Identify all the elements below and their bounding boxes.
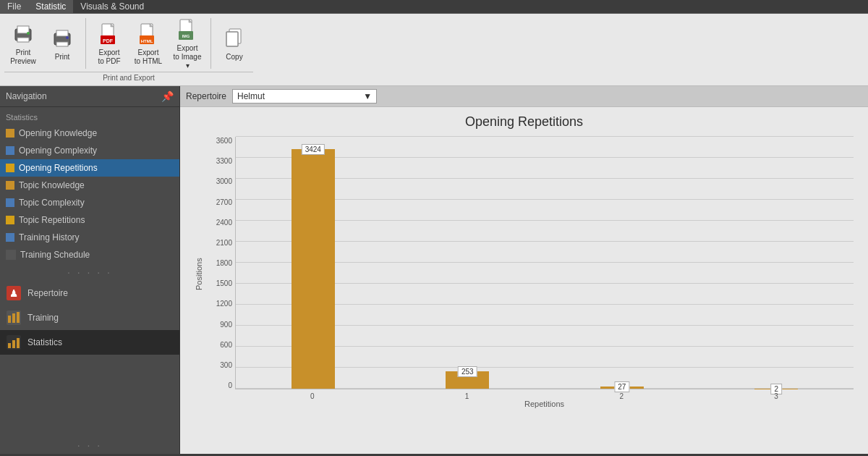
svg-point-3 [27,32,30,35]
toolbar-buttons: Print Preview Print [4,18,253,70]
svg-rect-2 [17,38,29,42]
y-tick: 2700 [216,198,232,206]
y-tick: 300 [220,361,232,369]
y-tick: 3000 [216,177,232,185]
sidebar-item-topic-complexity[interactable]: Topic Complexity [0,194,179,211]
y-tick: 900 [220,321,232,329]
training-schedule-icon [6,250,16,260]
print-preview-label: Print Preview [7,48,40,66]
print-button[interactable]: Print [43,18,81,70]
sidebar-pin-button[interactable]: 📌 [161,90,174,102]
sidebar-item-training-schedule[interactable]: Training Schedule [0,246,179,263]
print-preview-button[interactable]: Print Preview [4,18,42,70]
repertoire-nav-icon: ♟ [6,285,22,301]
repertoire-value: Helmut [237,91,265,101]
svg-rect-6 [56,42,68,46]
sidebar-dots-2: · · · [0,436,179,454]
svg-point-7 [66,36,69,39]
main-layout: Navigation 📌 Statistics Opening Knowledg… [0,86,868,454]
svg-rect-29 [8,343,11,348]
y-tick: 1800 [216,259,232,267]
sidebar-item-opening-knowledge[interactable]: Opening Knowledge [0,124,179,142]
sidebar-dots-1: · · · · · [0,263,179,281]
print-preview-icon [12,22,35,46]
x-axis-title: Repetitions [235,400,854,408]
export-html-button[interactable]: HTML Exportto HTML [129,18,167,70]
training-history-icon [6,233,14,242]
copy-label: Copy [226,53,242,62]
training-nav-icon [6,310,22,326]
export-image-label: Exportto Image ▾ [171,44,204,70]
y-tick: 3600 [216,137,232,145]
y-tick: 1200 [216,300,232,308]
svg-text:IMG: IMG [182,34,190,38]
print-label: Print [55,53,70,62]
y-tick: 0 [228,381,232,389]
topic-repetitions-icon [6,216,14,224]
svg-text:PDF: PDF [103,38,114,43]
chart-plot: 3424253272 [235,137,854,389]
chart-area: Positions 030060090012001500180021002400… [195,137,854,411]
svg-rect-26 [12,313,15,323]
chart-title: Opening Repetitions [195,114,854,130]
y-tick: 3300 [216,157,232,165]
group-label-print-export: Print and Export [4,72,253,82]
menu-visuals-sound[interactable]: Visuals & Sound [73,0,151,13]
sidebar-item-opening-repetitions[interactable]: Opening Repetitions [0,159,179,177]
content-area: Repertoire Helmut ▼ Opening Repetitions … [180,86,868,454]
sidebar-item-training-history[interactable]: Training History [0,229,179,246]
print-icon [51,27,74,50]
chart-container: Opening Repetitions Positions 0300600900… [180,107,868,454]
topic-knowledge-icon [6,181,14,190]
chart-inner: 0300600900120015001800210024002700300033… [206,137,854,411]
sidebar-item-topic-repetitions[interactable]: Topic Repetitions [0,211,179,229]
sidebar-header: Navigation 📌 [0,86,179,107]
sidebar-item-topic-knowledge[interactable]: Topic Knowledge [0,177,179,194]
svg-text:HTML: HTML [141,39,153,43]
export-pdf-button[interactable]: PDF Exportto PDF [90,18,128,70]
y-tick: 600 [220,341,232,349]
print-export-group: Print Preview Print [4,18,253,82]
y-tick: 2100 [216,239,232,247]
export-html-icon: HTML [137,22,160,46]
copy-icon [223,27,246,50]
statistics-nav-icon [6,334,22,350]
toolbar-sep-1 [85,18,86,69]
menu-statistic[interactable]: Statistic [28,0,73,13]
opening-complexity-icon [6,146,14,155]
toolbar: Print Preview Print [0,14,868,86]
export-pdf-label: Exportto PDF [98,48,120,66]
topic-complexity-icon [6,198,14,207]
svg-rect-27 [17,312,20,323]
export-html-label: Exportto HTML [135,48,162,66]
y-tick: 2400 [216,219,232,227]
y-axis-label: Positions [195,137,203,411]
bar-value-label: 253 [458,366,477,377]
repertoire-bar: Repertoire Helmut ▼ [180,86,868,107]
opening-knowledge-icon [6,129,14,138]
sidebar-nav-title: Navigation [6,91,47,101]
toolbar-sep-2 [210,18,211,69]
repertoire-dropdown[interactable]: Helmut ▼ [232,89,377,104]
bar-value-label: 3424 [302,144,325,155]
menu-bar: File Statistic Visuals & Sound [0,0,868,14]
sidebar-nav-statistics[interactable]: Statistics [0,330,179,355]
svg-rect-25 [8,316,11,323]
chart-bar [292,149,335,389]
y-axis: 0300600900120015001800210024002700300033… [206,137,235,389]
sidebar-nav-repertoire[interactable]: ♟ Repertoire [0,281,179,305]
sidebar-statistics-label: Statistics [0,110,179,124]
export-image-button[interactable]: IMG Exportto Image ▾ [169,18,206,70]
sidebar-nav-training[interactable]: Training [0,305,179,330]
sidebar-item-opening-complexity[interactable]: Opening Complexity [0,142,179,159]
export-pdf-icon: PDF [98,22,121,46]
svg-rect-21 [226,32,238,46]
svg-rect-31 [17,338,20,348]
opening-repetitions-icon [6,164,14,172]
svg-text:♟: ♟ [9,288,18,299]
grid-line [236,136,854,137]
copy-button[interactable]: Copy [216,18,253,70]
svg-rect-5 [56,30,68,36]
menu-file[interactable]: File [0,0,28,13]
export-image-icon: IMG [176,18,199,41]
